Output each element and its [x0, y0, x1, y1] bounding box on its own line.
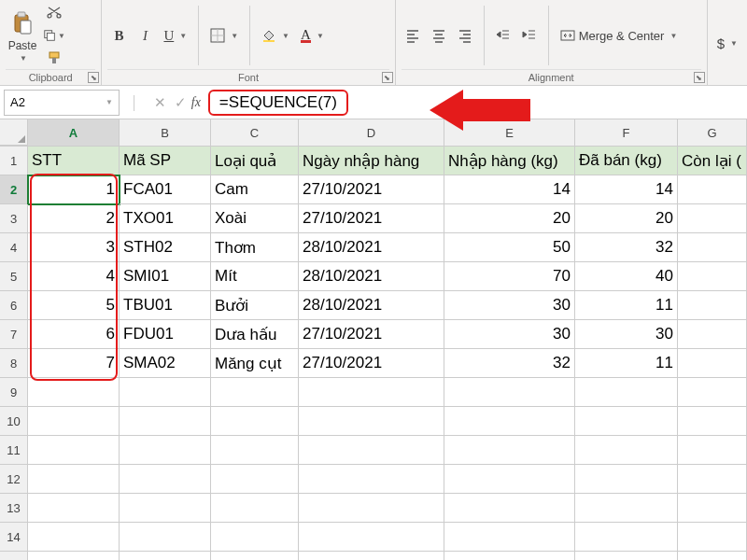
cell[interactable]	[120, 378, 211, 407]
cell[interactable]	[678, 291, 747, 320]
cell[interactable]: TBU01	[120, 291, 211, 320]
row-header[interactable]: 3	[0, 204, 28, 233]
spreadsheet-grid[interactable]: A B C D E F G 1 STT Mã SP Loại quả Ngày …	[0, 119, 747, 560]
cell[interactable]: 28/10/2021	[299, 291, 444, 320]
cell[interactable]	[211, 378, 299, 407]
cell[interactable]	[444, 436, 575, 465]
formula-input[interactable]: =SEQUENCE(7)	[208, 90, 348, 116]
cell[interactable]	[575, 523, 678, 552]
cell[interactable]: Mít	[211, 262, 299, 291]
cell[interactable]: 28/10/2021	[299, 262, 444, 291]
borders-button[interactable]: ▼	[206, 26, 242, 45]
cell[interactable]	[299, 552, 444, 560]
cell[interactable]	[678, 436, 747, 465]
cell[interactable]	[28, 436, 120, 465]
fx-icon[interactable]: fx	[191, 95, 201, 110]
cell[interactable]	[28, 552, 120, 560]
cell[interactable]: Còn lại (	[678, 147, 747, 175]
cell[interactable]	[575, 378, 678, 407]
chevron-down-icon[interactable]: ▼	[20, 54, 27, 63]
format-painter-button[interactable]	[43, 47, 65, 69]
cell[interactable]: 27/10/2021	[299, 175, 444, 204]
name-box[interactable]: A2 ▼	[4, 90, 120, 116]
cell[interactable]: Dưa hấu	[211, 320, 299, 349]
cell[interactable]	[28, 523, 120, 552]
cancel-formula-button[interactable]: ✕	[150, 94, 171, 111]
cell[interactable]	[299, 378, 444, 407]
row-header[interactable]: 6	[0, 291, 28, 320]
increase-indent-button[interactable]	[518, 24, 541, 47]
cell[interactable]: Bưởi	[211, 291, 299, 320]
font-dialog-launcher[interactable]: ⬊	[382, 72, 393, 83]
cell[interactable]	[575, 436, 678, 465]
cell[interactable]: 11	[575, 349, 678, 378]
row-header[interactable]: 15	[0, 552, 28, 560]
cell[interactable]	[211, 407, 299, 436]
fill-color-button[interactable]: ▼	[258, 26, 293, 45]
cell[interactable]	[678, 262, 747, 291]
cell[interactable]: 3	[28, 233, 120, 262]
cell[interactable]	[444, 494, 575, 523]
paste-button[interactable]	[6, 9, 39, 37]
cell[interactable]: 20	[575, 204, 678, 233]
cell[interactable]	[678, 465, 747, 494]
cell[interactable]	[211, 552, 299, 560]
row-header[interactable]: 9	[0, 378, 28, 407]
cell[interactable]: Xoài	[211, 204, 299, 233]
row-header[interactable]: 1	[0, 147, 28, 175]
cell[interactable]	[678, 320, 747, 349]
cell[interactable]: 5	[28, 291, 120, 320]
row-header[interactable]: 12	[0, 465, 28, 494]
copy-button[interactable]: ▼	[43, 24, 65, 47]
cell[interactable]: Mã SP	[120, 147, 211, 175]
cell[interactable]	[575, 552, 678, 560]
align-right-button[interactable]	[454, 24, 476, 47]
cell[interactable]: 7	[28, 349, 120, 378]
cell[interactable]	[299, 523, 444, 552]
col-header-F[interactable]: F	[575, 119, 678, 146]
col-header-C[interactable]: C	[211, 119, 299, 146]
cell[interactable]: Cam	[211, 175, 299, 204]
cell[interactable]	[211, 436, 299, 465]
cell[interactable]	[678, 407, 747, 436]
row-header[interactable]: 2	[0, 175, 28, 204]
cell[interactable]: 2	[28, 204, 120, 233]
enter-formula-button[interactable]: ✓	[171, 94, 191, 111]
cell[interactable]: 20	[444, 204, 575, 233]
cell[interactable]: 1	[28, 175, 120, 204]
merge-center-button[interactable]: Merge & Center ▼	[557, 26, 682, 45]
bold-button[interactable]: B	[107, 24, 130, 47]
underline-button[interactable]: U▼	[160, 26, 190, 46]
cell[interactable]	[678, 175, 747, 204]
cell[interactable]: 70	[444, 262, 575, 291]
cell[interactable]	[444, 523, 575, 552]
cell[interactable]: 32	[444, 349, 575, 378]
cell[interactable]	[120, 436, 211, 465]
cell[interactable]	[299, 494, 444, 523]
cell[interactable]: Nhập hàng (kg)	[444, 147, 575, 175]
cell[interactable]	[120, 494, 211, 523]
cell[interactable]: 30	[444, 291, 575, 320]
cell[interactable]	[678, 378, 747, 407]
clipboard-dialog-launcher[interactable]: ⬊	[88, 72, 99, 83]
col-header-G[interactable]: G	[678, 119, 747, 146]
cell[interactable]: 30	[444, 320, 575, 349]
cell[interactable]	[678, 494, 747, 523]
row-header[interactable]: 8	[0, 349, 28, 378]
cell[interactable]: 27/10/2021	[299, 204, 444, 233]
cell[interactable]	[444, 465, 575, 494]
cell[interactable]: STH02	[120, 233, 211, 262]
cell[interactable]	[211, 523, 299, 552]
cell[interactable]	[444, 378, 575, 407]
cut-button[interactable]	[43, 2, 65, 24]
italic-button[interactable]: I	[134, 24, 156, 47]
cell[interactable]	[678, 349, 747, 378]
cell[interactable]: 40	[575, 262, 678, 291]
cell[interactable]	[211, 494, 299, 523]
cell[interactable]	[678, 523, 747, 552]
row-header[interactable]: 11	[0, 436, 28, 465]
cell[interactable]	[444, 407, 575, 436]
cell[interactable]	[28, 407, 120, 436]
row-header[interactable]: 10	[0, 407, 28, 436]
cell[interactable]	[211, 465, 299, 494]
